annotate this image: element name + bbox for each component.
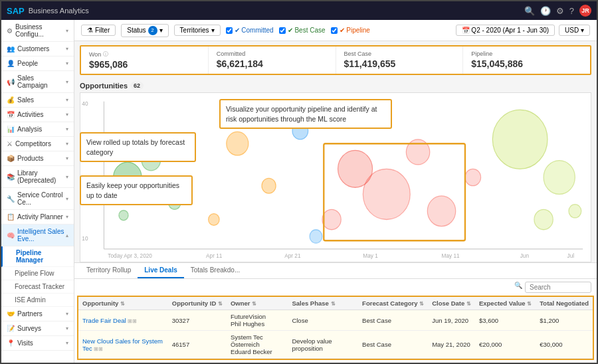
sidebar-item-visits[interactable]: 📍 Visits ▾ <box>1 336 74 351</box>
deals-table: Opportunity ⇅ Opportunity ID ⇅ Owner ⇅ S… <box>78 297 593 359</box>
clock-icon[interactable]: 🕐 <box>540 6 551 16</box>
customers-icon: 👥 <box>7 45 15 52</box>
chevron-icon: ▾ <box>66 126 68 132</box>
chart-section: Opportunities 62 40 30 20 <box>80 79 591 262</box>
planner-icon: 📋 <box>7 213 15 221</box>
kpi-won: Won ⓘ $965,086 <box>81 46 209 74</box>
filter-right: 📅 Q2 - 2020 (Apr 1 - Jun 30) USD ▾ <box>456 25 590 36</box>
chart-and-callouts: 40 30 20 10 Today Apr 3, 2020 Apr 11 Apr… <box>80 92 591 262</box>
svg-text:Jun: Jun <box>520 252 530 258</box>
sidebar-item-business-config[interactable]: ⚙ Business Configu... ▾ <box>1 20 74 42</box>
sidebar-item-competitors[interactable]: ⚔ Competitors ▾ <box>1 137 74 151</box>
best-case-label: ✔ Best Case <box>288 27 326 34</box>
partners-icon: 🤝 <box>7 310 15 318</box>
svg-text:Apr 21: Apr 21 <box>284 252 301 258</box>
sidebar-item-library[interactable]: 📚 Library (Deprecated) ▾ <box>1 166 74 188</box>
kpi-row: Won ⓘ $965,086 Committed $6,621,184 Best… <box>80 45 591 75</box>
sidebar-label: People <box>17 60 66 67</box>
chart-header: Opportunities 62 <box>80 79 591 92</box>
search-input[interactable] <box>525 282 591 293</box>
sidebar-item-analysis[interactable]: 📊 Analysis ▾ <box>1 122 74 137</box>
kpi-pipeline-value: $15,045,886 <box>471 58 582 69</box>
sidebar-label: Activity Planner <box>17 213 66 221</box>
kpi-best-case: Best Case $11,419,655 <box>336 46 464 74</box>
pipeline-checkbox[interactable] <box>331 27 338 34</box>
sidebar-label: Service Control Ce... <box>17 191 66 206</box>
sidebar-item-service-control[interactable]: 🔧 Service Control Ce... ▾ <box>1 188 74 210</box>
sidebar-item-customers[interactable]: 👥 Customers ▾ <box>1 42 74 56</box>
people-icon: 👤 <box>7 60 15 67</box>
app-container: SAP Business Analytics 🔍 🕐 ⚙ ? JR ⚙ Busi… <box>0 0 598 364</box>
cell-owner-person: Eduard Becker <box>231 348 284 355</box>
sidebar-subitem-pipeline-flow[interactable]: Pipeline Flow <box>1 267 74 280</box>
cell-total-negotiated: €30,000 <box>536 331 593 359</box>
currency-button[interactable]: USD ▾ <box>559 25 590 36</box>
sidebar-item-people[interactable]: 👤 People ▾ <box>1 56 74 71</box>
col-total-negotiated: Total Negotiated <box>536 297 593 310</box>
chart-title: Opportunities <box>80 82 128 90</box>
kpi-won-value: $965,086 <box>89 59 200 70</box>
callout-pipeline-visualization: Visualize your opportunity pipeline and … <box>219 99 392 129</box>
sidebar-item-activity-planner[interactable]: 📋 Activity Planner ▾ <box>1 210 74 225</box>
sidebar-item-intelligent-sales[interactable]: 🧠 Intelligent Sales Eve... ▴ <box>1 225 74 246</box>
cell-opportunity: Trade Fair Deal ⊞⊞ <box>78 310 168 331</box>
date-range-button[interactable]: 📅 Q2 - 2020 (Apr 1 - Jun 30) <box>456 25 555 36</box>
sidebar-item-partners[interactable]: 🤝 Partners ▾ <box>1 307 74 321</box>
page-content: ⚗ Filter Status 2 ▾ Territories ▾ ✔ C <box>74 20 597 363</box>
top-bar-left: SAP Business Analytics <box>7 6 89 16</box>
chart-count: 62 <box>130 82 144 90</box>
campaign-icon: 📢 <box>7 78 15 86</box>
sidebar-label: Surveys <box>17 325 66 332</box>
committed-filter[interactable]: ✔ Committed <box>226 27 274 34</box>
sidebar-item-surveys[interactable]: 📝 Surveys ▾ <box>1 321 74 336</box>
sidebar: ⚙ Business Configu... ▾ 👥 Customers ▾ 👤 … <box>1 20 74 363</box>
sidebar-subitem-pipeline-manager[interactable]: Pipeline Manager <box>1 246 74 267</box>
chevron-icon: ▾ <box>66 112 68 118</box>
help-icon[interactable]: ? <box>569 6 574 16</box>
opportunity-link[interactable]: Trade Fair Deal <box>82 317 126 324</box>
avatar[interactable]: JR <box>579 5 591 17</box>
sidebar-label: Products <box>17 155 66 162</box>
tab-totals-breakdown[interactable]: Totals Breakdo... <box>184 263 247 278</box>
territories-button[interactable]: Territories ▾ <box>174 25 221 36</box>
best-case-filter[interactable]: ✔ Best Case <box>279 27 326 34</box>
svg-point-21 <box>427 196 456 227</box>
settings-icon[interactable]: ⚙ <box>556 6 564 16</box>
sidebar-item-sales[interactable]: 💰 Sales ▾ <box>1 93 74 108</box>
sidebar-item-products[interactable]: 📦 Products ▾ <box>1 151 74 166</box>
chevron-icon: ▾ <box>66 214 68 220</box>
main-content: ⚙ Business Configu... ▾ 👥 Customers ▾ 👤 … <box>1 20 597 363</box>
sidebar-subitem-ise-admin[interactable]: ISE Admin <box>1 294 74 307</box>
tabs-area: Territory Rollup Live Deals Totals Break… <box>74 262 597 363</box>
tab-live-deals[interactable]: Live Deals <box>138 263 183 278</box>
currency-label: USD <box>565 27 579 34</box>
tab-territory-rollup[interactable]: Territory Rollup <box>80 263 138 278</box>
sidebar-item-sales-campaign[interactable]: 📢 Sales Campaign ▾ <box>1 71 74 93</box>
search-icon[interactable]: 🔍 <box>524 6 535 16</box>
svg-point-29 <box>569 205 581 218</box>
svg-point-24 <box>262 178 276 193</box>
date-range-label: Q2 - 2020 (Apr 1 - Jun 30) <box>471 27 549 34</box>
chevron-icon: ▾ <box>66 174 68 180</box>
pipeline-filter[interactable]: ✔ Pipeline <box>331 27 370 34</box>
chevron-icon: ▾ <box>66 155 68 161</box>
cell-forecast-category: Best Case <box>358 310 428 331</box>
svg-point-26 <box>492 110 548 169</box>
status-button[interactable]: Status 2 ▾ <box>121 24 168 37</box>
surveys-icon: 📝 <box>7 325 15 332</box>
filter-button[interactable]: ⚗ Filter <box>81 25 116 36</box>
kpi-committed-label: Committed <box>217 50 328 57</box>
chevron-icon: ▾ <box>66 60 68 66</box>
cell-expected-value: $3,600 <box>475 310 536 331</box>
filter-label: Filter <box>95 27 110 34</box>
cell-sales-phase: Develop value proposition <box>288 331 358 359</box>
callout-forecast-text: View rolled up totals by forecast catego… <box>86 138 185 156</box>
sidebar-item-activities[interactable]: 📅 Activities ▾ <box>1 108 74 122</box>
svg-text:May 11: May 11 <box>442 252 460 258</box>
committed-checkbox[interactable] <box>226 27 233 34</box>
sidebar-subitem-forecast-tracker[interactable]: Forecast Tracker <box>1 280 74 294</box>
sidebar-label: Analysis <box>17 126 66 133</box>
best-case-checkbox[interactable] <box>279 27 286 34</box>
callout-forecast-category: View rolled up totals by forecast catego… <box>80 132 196 162</box>
svg-point-28 <box>534 209 553 229</box>
